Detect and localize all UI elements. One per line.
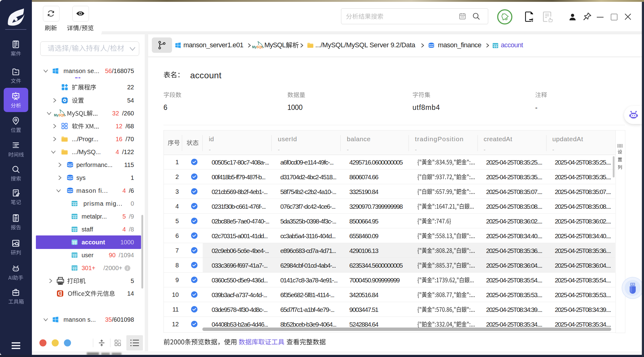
svg-text:My: My: [252, 45, 257, 49]
svg-text:SQL: SQL: [257, 45, 263, 49]
svg-text:i: i: [127, 266, 128, 270]
